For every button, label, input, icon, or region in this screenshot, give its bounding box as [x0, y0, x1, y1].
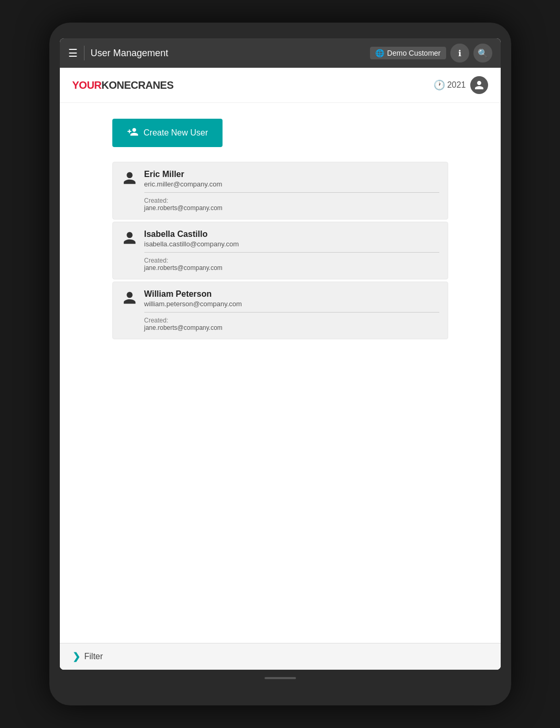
logo-bar-right: 🕐 2021 — [434, 76, 488, 94]
created-by: jane.roberts@company.com — [144, 264, 439, 272]
created-label: Created: — [144, 257, 439, 264]
person-add-icon — [127, 126, 139, 140]
nav-actions: 🌐 Demo Customer ℹ 🔍 — [370, 44, 492, 63]
user-name: Isabella Castillo — [144, 230, 439, 239]
user-email: william.peterson@company.com — [144, 300, 439, 313]
customer-selector[interactable]: 🌐 Demo Customer — [370, 47, 446, 59]
home-indicator — [265, 677, 296, 679]
created-label: Created: — [144, 317, 439, 324]
list-item[interactable]: Eric Miller eric.miller@company.com Crea… — [112, 162, 448, 220]
brand-logo: YOUR KONECRANES — [72, 79, 174, 91]
year-display: 🕐 2021 — [434, 79, 466, 91]
logo-bar: YOUR KONECRANES 🕐 2021 — [60, 68, 501, 103]
tablet-frame: ☰ User Management 🌐 Demo Customer ℹ 🔍 — [49, 23, 511, 705]
nav-bar: ☰ User Management 🌐 Demo Customer ℹ 🔍 — [60, 38, 501, 68]
chevron-right-icon: ❯ — [72, 651, 80, 662]
main-content: YOUR KONECRANES 🕐 2021 — [60, 68, 501, 670]
screen: ☰ User Management 🌐 Demo Customer ℹ 🔍 — [60, 38, 501, 670]
clock-icon: 🕐 — [434, 79, 445, 91]
nav-title: User Management — [91, 48, 370, 59]
user-list: Eric Miller eric.miller@company.com Crea… — [112, 162, 448, 339]
search-button[interactable]: 🔍 — [473, 44, 492, 63]
info-button[interactable]: ℹ — [450, 44, 469, 63]
user-profile-icon[interactable] — [470, 76, 488, 94]
info-icon: ℹ — [458, 48, 461, 58]
logo-rest: KONECRANES — [101, 79, 173, 91]
filter-bar[interactable]: ❯ Filter — [60, 643, 501, 670]
list-item[interactable]: Isabella Castillo isabella.castillo@comp… — [112, 222, 448, 279]
globe-icon: 🌐 — [375, 49, 384, 57]
create-user-label: Create New User — [144, 128, 208, 138]
avatar — [121, 170, 138, 186]
create-new-user-button[interactable]: Create New User — [112, 119, 223, 147]
avatar — [121, 289, 138, 306]
page-content: Create New User Eric Miller eric.miller@… — [60, 103, 501, 643]
created-label: Created: — [144, 197, 439, 204]
user-email: eric.miller@company.com — [144, 180, 439, 193]
search-icon: 🔍 — [478, 48, 488, 58]
nav-divider — [84, 46, 84, 60]
created-by: jane.roberts@company.com — [144, 204, 439, 212]
customer-name: Demo Customer — [387, 49, 441, 57]
avatar — [121, 230, 138, 246]
logo-your: YOUR — [72, 79, 102, 91]
user-email: isabella.castillo@company.com — [144, 240, 439, 253]
hamburger-menu-icon[interactable]: ☰ — [68, 47, 78, 59]
user-name: Eric Miller — [144, 170, 439, 179]
year-value: 2021 — [447, 80, 466, 90]
filter-label: Filter — [84, 652, 103, 661]
user-name: William Peterson — [144, 289, 439, 299]
list-item[interactable]: William Peterson william.peterson@compan… — [112, 282, 448, 339]
created-by: jane.roberts@company.com — [144, 324, 439, 331]
